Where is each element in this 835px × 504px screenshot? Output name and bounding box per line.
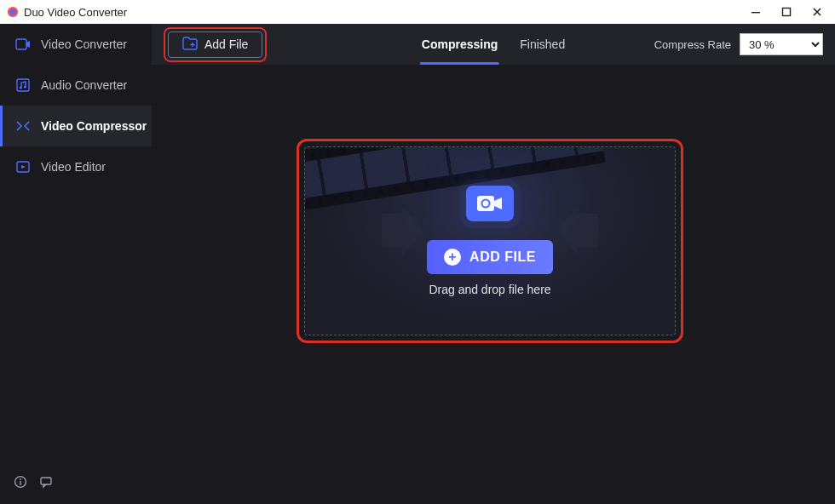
- compress-rate-select[interactable]: 30 %: [740, 33, 823, 55]
- svg-point-1: [10, 9, 16, 15]
- app-logo-icon: [7, 6, 19, 18]
- sidebar-item-label: Audio Converter: [41, 78, 127, 92]
- compress-rate-group: Compress Rate 30 %: [654, 33, 823, 55]
- sidebar-item-label: Video Editor: [41, 160, 106, 174]
- video-converter-icon: [15, 37, 31, 52]
- sidebar-footer: [0, 467, 152, 504]
- plus-circle-icon: +: [444, 249, 461, 266]
- tabs: Compressing Finished: [422, 24, 565, 65]
- feedback-icon[interactable]: [39, 475, 53, 492]
- camera-icon: [466, 186, 514, 221]
- sidebar: Video Converter Audio Converter Video Co…: [0, 24, 152, 504]
- video-editor-icon: [15, 159, 31, 175]
- sidebar-item-video-converter[interactable]: Video Converter: [0, 24, 152, 65]
- dropzone[interactable]: + ADD FILE Drag and drop file here: [304, 146, 676, 335]
- info-icon[interactable]: [14, 475, 27, 492]
- tab-label: Finished: [520, 37, 565, 51]
- tab-finished[interactable]: Finished: [520, 24, 565, 65]
- sidebar-item-label: Video Converter: [41, 37, 127, 51]
- svg-point-7: [24, 85, 26, 88]
- svg-point-10: [20, 478, 21, 480]
- maximize-button[interactable]: [780, 6, 792, 18]
- app-body: Video Converter Audio Converter Video Co…: [0, 24, 835, 504]
- add-file-highlight: Add File: [164, 27, 267, 62]
- window-controls: [750, 6, 828, 18]
- svg-rect-4: [16, 39, 26, 49]
- video-compressor-icon: [15, 118, 31, 134]
- arrow-left-icon: [382, 205, 423, 256]
- titlebar: Duo Video Converter: [0, 0, 835, 24]
- sidebar-item-video-editor[interactable]: Video Editor: [0, 146, 152, 187]
- add-file-big-label: ADD FILE: [469, 249, 536, 265]
- svg-rect-11: [20, 481, 20, 485]
- sidebar-item-audio-converter[interactable]: Audio Converter: [0, 65, 152, 106]
- svg-point-6: [20, 86, 22, 89]
- sidebar-item-label: Video Compressor: [41, 119, 147, 133]
- sidebar-item-video-compressor[interactable]: Video Compressor: [0, 106, 152, 146]
- svg-rect-12: [41, 478, 51, 484]
- tab-label: Compressing: [422, 37, 498, 51]
- close-button[interactable]: [811, 6, 823, 18]
- toolbar: Add File Compressing Finished Compress R…: [152, 24, 835, 65]
- add-file-folder-icon: [182, 37, 198, 53]
- svg-rect-5: [17, 79, 29, 91]
- add-file-big-button[interactable]: + ADD FILE: [427, 240, 553, 274]
- add-file-button[interactable]: Add File: [168, 32, 262, 58]
- arrow-right-icon: [557, 205, 598, 256]
- minimize-button[interactable]: [750, 6, 762, 18]
- window-title: Duo Video Converter: [24, 6, 750, 19]
- content-area: Add File Compressing Finished Compress R…: [152, 24, 835, 504]
- dropzone-highlight: + ADD FILE Drag and drop file here: [297, 139, 683, 343]
- svg-rect-2: [752, 12, 760, 13]
- svg-rect-3: [783, 9, 791, 16]
- compress-rate-label: Compress Rate: [654, 38, 731, 51]
- audio-converter-icon: [15, 77, 31, 93]
- add-file-label: Add File: [204, 37, 248, 51]
- svg-rect-13: [477, 196, 494, 211]
- dropzone-hint: Drag and drop file here: [429, 283, 550, 296]
- tab-compressing[interactable]: Compressing: [422, 24, 498, 65]
